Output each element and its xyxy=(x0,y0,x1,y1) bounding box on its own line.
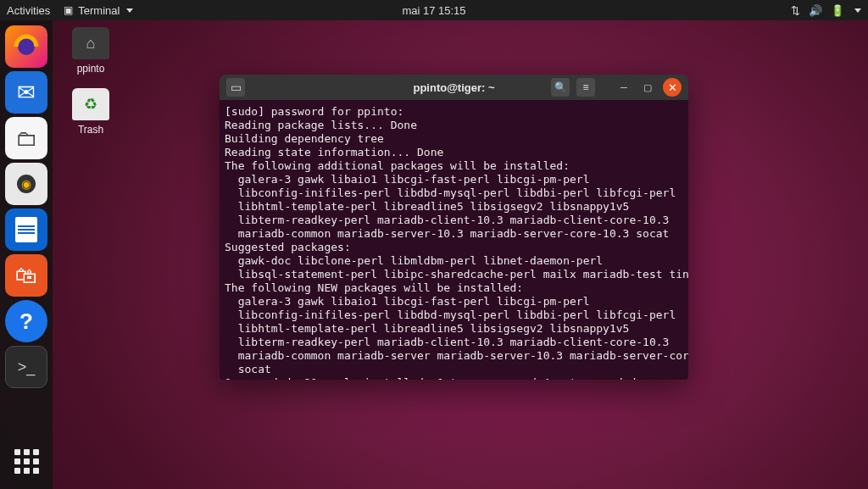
panel-left: Activities ▣ Terminal xyxy=(7,4,133,17)
terminal-icon: ▣ xyxy=(64,4,73,16)
active-app-label: Terminal xyxy=(78,4,120,17)
dock-libreoffice-writer[interactable] xyxy=(5,208,47,251)
desktop-home-folder[interactable]: ⌂ ppinto xyxy=(61,27,120,75)
trash-icon: ♻ xyxy=(72,88,109,120)
close-icon: ✕ xyxy=(668,81,677,94)
volume-icon: 🔊 xyxy=(809,4,822,17)
hamburger-icon: ≡ xyxy=(582,81,588,93)
apps-grid-icon xyxy=(14,449,39,474)
new-tab-button[interactable]: ▭ xyxy=(226,78,245,97)
hamburger-menu-button[interactable]: ≡ xyxy=(576,78,595,97)
music-icon: ◉ xyxy=(17,175,36,193)
dock-files[interactable]: 🗀 xyxy=(5,117,47,159)
activities-button[interactable]: Activities xyxy=(7,4,50,17)
maximize-icon: ▢ xyxy=(643,82,652,93)
files-icon: 🗀 xyxy=(15,125,37,152)
desktop-icon-label: ppinto xyxy=(61,63,120,75)
search-icon: 🔍 xyxy=(554,81,567,93)
shopping-bag-icon: 🛍 xyxy=(15,263,37,289)
chevron-down-icon xyxy=(854,8,861,13)
panel-right[interactable]: ⇅ 🔊 🔋 xyxy=(791,4,861,17)
desktop-icon-label: Trash xyxy=(61,124,120,136)
dock-rhythmbox[interactable]: ◉ xyxy=(5,163,47,205)
network-icon: ⇅ xyxy=(791,4,800,17)
active-app-menu[interactable]: ▣ Terminal xyxy=(64,4,133,17)
dock-terminal[interactable]: >_ xyxy=(5,346,47,388)
terminal-title: ppinto@tiger: ~ xyxy=(413,81,494,94)
chevron-down-icon xyxy=(126,8,133,13)
top-panel: Activities ▣ Terminal mai 17 15:15 ⇅ 🔊 🔋 xyxy=(0,0,868,20)
terminal-controls: 🔍 ≡ ─ ▢ ✕ xyxy=(551,78,682,97)
minimize-icon: ─ xyxy=(620,82,627,92)
maximize-button[interactable]: ▢ xyxy=(639,79,656,96)
terminal-titlebar[interactable]: ▭ ppinto@tiger: ~ 🔍 ≡ ─ ▢ ✕ xyxy=(220,75,688,100)
help-icon: ? xyxy=(19,308,33,335)
firefox-icon xyxy=(14,34,39,59)
dock-firefox[interactable] xyxy=(5,25,47,68)
terminal-output[interactable]: [sudo] password for ppinto: Reading pack… xyxy=(220,100,688,380)
dock-ubuntu-software[interactable]: 🛍 xyxy=(5,254,47,297)
home-folder-icon: ⌂ xyxy=(72,27,109,59)
search-button[interactable]: 🔍 xyxy=(551,78,570,97)
battery-icon: 🔋 xyxy=(831,4,844,17)
clock[interactable]: mai 17 15:15 xyxy=(402,4,465,17)
new-tab-icon: ▭ xyxy=(231,81,242,94)
dock-thunderbird[interactable]: ✉ xyxy=(5,71,47,114)
close-button[interactable]: ✕ xyxy=(663,78,682,97)
document-icon xyxy=(15,217,37,242)
thunderbird-icon: ✉ xyxy=(17,80,36,106)
terminal-icon: >_ xyxy=(18,358,36,376)
dock-help[interactable]: ? xyxy=(5,300,47,342)
minimize-button[interactable]: ─ xyxy=(615,79,632,96)
dock-show-applications[interactable] xyxy=(5,440,47,482)
terminal-window: ▭ ppinto@tiger: ~ 🔍 ≡ ─ ▢ ✕ [sudo] passw… xyxy=(220,75,688,380)
desktop-trash[interactable]: ♻ Trash xyxy=(61,88,120,136)
dock: ✉ 🗀 ◉ 🛍 ? >_ xyxy=(0,20,53,489)
